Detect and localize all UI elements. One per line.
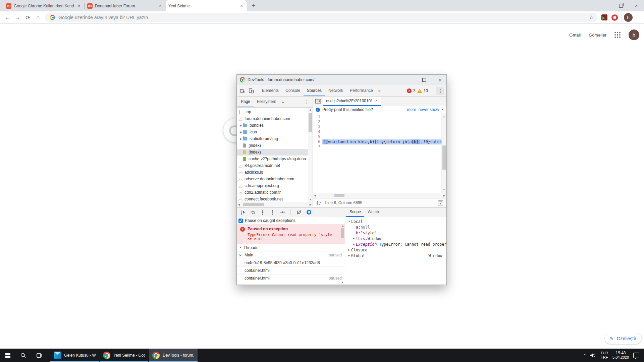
extension-adblock-icon[interactable]: [610, 13, 619, 22]
editor-hscrollbar[interactable]: ◀ ▶: [313, 193, 446, 198]
tree-item-84-gostreamcdn-net[interactable]: ☁84.gostreamcdn.net: [237, 162, 313, 169]
action-center-icon[interactable]: [633, 353, 639, 358]
pause-on-caught-label[interactable]: Pause on caught exceptions: [245, 218, 296, 223]
account-avatar[interactable]: h: [629, 29, 639, 40]
browser-tab-3[interactable]: Yeni Sekme×: [166, 0, 247, 11]
tab-close-button[interactable]: ×: [158, 3, 163, 9]
more-tabs-button[interactable]: »: [376, 88, 383, 93]
tree-item--index-[interactable]: (index): [237, 142, 313, 149]
error-count[interactable]: 3: [413, 88, 416, 93]
collapsed-icon[interactable]: ▶: [352, 237, 356, 240]
customize-button[interactable]: ✎ Özelleştir: [605, 333, 641, 344]
tree-item-bundles[interactable]: ▶bundles: [237, 122, 313, 129]
scroll-down-icon[interactable]: ▼: [308, 198, 313, 201]
scrollbar-thumb[interactable]: [334, 194, 344, 197]
devtools-close-button[interactable]: ×: [433, 75, 446, 85]
taskbar-app-3[interactable]: DevTools - forum.d...: [149, 349, 198, 362]
scroll-up-icon[interactable]: ▲: [442, 114, 446, 119]
devtools-tab-console[interactable]: Console: [282, 85, 304, 96]
tree-item-forum-donanimhaber-com[interactable]: ☁forum.donanimhaber.com: [237, 115, 313, 122]
banner-never-show-link[interactable]: never show: [419, 107, 439, 112]
code-line-7[interactable]: [322, 144, 446, 149]
editor-scrollbar[interactable]: ▲ ▼: [441, 113, 446, 193]
tree-collapsed-icon[interactable]: ▶: [239, 124, 243, 127]
device-toolbar-button[interactable]: [247, 86, 256, 95]
reload-button[interactable]: ⟳: [23, 12, 33, 22]
collapsed-icon[interactable]: ▶: [347, 248, 351, 251]
collapsed-icon[interactable]: ▶: [347, 254, 351, 257]
scroll-left-icon[interactable]: ◀: [314, 194, 316, 197]
images-link[interactable]: Görseller: [589, 33, 606, 38]
bookmark-star-icon[interactable]: ☆: [587, 13, 596, 22]
scroll-down-icon[interactable]: ▼: [442, 187, 446, 192]
scope-row-local[interactable]: ▼Local: [345, 219, 446, 224]
devtools-minimize-button[interactable]: [401, 75, 415, 85]
navigator-menu-button[interactable]: ⋮: [302, 99, 312, 105]
banner-close-icon[interactable]: ×: [441, 107, 444, 112]
line-number[interactable]: 4: [313, 129, 320, 134]
tree-item-adclicks-io[interactable]: ☁adclicks.io: [237, 169, 313, 176]
file-tree-scrollbar[interactable]: ▲ ▼: [308, 108, 313, 202]
step-button[interactable]: [279, 209, 285, 215]
tree-item-connect-facebook-net[interactable]: ☁connect.facebook.net: [237, 196, 313, 202]
line-number[interactable]: 3: [313, 124, 320, 129]
scope-row-exception[interactable]: ▶Exception: TypeError: Cannot read prope…: [345, 241, 446, 247]
threads-header[interactable]: ▼ Threads: [237, 244, 345, 251]
scope-row-this[interactable]: ▶this: Window: [345, 236, 446, 241]
extension-idm-icon[interactable]: [600, 13, 609, 22]
thread-row-3[interactable]: container.html: [237, 267, 345, 275]
gmail-link[interactable]: Gmail: [569, 33, 581, 38]
scroll-left-icon[interactable]: ◀: [238, 203, 240, 206]
step-over-button[interactable]: [250, 209, 256, 215]
clock[interactable]: 19:48 5.04.2020: [612, 351, 629, 360]
scroll-right-icon[interactable]: ▶: [310, 203, 312, 206]
scope-row-global[interactable]: ▶GlobalWindow: [345, 253, 446, 258]
devtools-tab-elements[interactable]: Elements: [259, 85, 282, 96]
thread-row-1[interactable]: ➤Mainpaused: [237, 251, 345, 259]
hide-navigator-button[interactable]: [313, 97, 323, 106]
tree-item-cdn2-admatic-com-tr[interactable]: ☁cdn2.admatic.com.tr: [237, 189, 313, 196]
pause-on-exceptions-button[interactable]: [306, 209, 312, 215]
code-line-3[interactable]: [322, 124, 446, 129]
devtools-titlebar[interactable]: DevTools - forum.donanimhaber.com/ ×: [237, 75, 446, 85]
volume-icon[interactable]: [590, 353, 596, 358]
line-number[interactable]: 1: [313, 114, 320, 119]
warning-count[interactable]: 10: [424, 88, 428, 93]
tree-item--index-[interactable]: (index): [237, 149, 313, 156]
line-number[interactable]: 7: [313, 144, 320, 149]
browser-close-button[interactable]: ×: [629, 0, 644, 11]
browser-minimize-button[interactable]: [598, 0, 613, 11]
tab-close-button[interactable]: ×: [239, 3, 244, 9]
close-tab-icon[interactable]: ×: [375, 99, 378, 103]
apps-grid-icon[interactable]: [614, 32, 621, 38]
back-button[interactable]: ←: [3, 12, 13, 22]
file-tree-hscrollbar[interactable]: ◀ ▶: [237, 202, 313, 207]
start-button[interactable]: [0, 349, 15, 362]
line-number[interactable]: 2: [313, 119, 320, 124]
code-line-1[interactable]: [322, 114, 446, 119]
browser-restore-button[interactable]: [613, 0, 629, 11]
tree-item-cdn-ampproject-org[interactable]: ☁cdn.ampproject.org: [237, 182, 313, 189]
taskbar-search-button[interactable]: [15, 349, 31, 362]
home-button[interactable]: ⌂: [33, 12, 43, 22]
devtools-tab-performance[interactable]: Performance: [346, 85, 376, 96]
step-out-button[interactable]: [270, 209, 275, 215]
tree-collapsed-icon[interactable]: ▶: [239, 131, 243, 134]
scroll-right-icon[interactable]: ▶: [443, 194, 445, 197]
taskbar-app-2[interactable]: Yeni Sekme - Googl...: [100, 349, 148, 362]
resume-button[interactable]: [240, 209, 246, 215]
forward-button[interactable]: →: [13, 12, 23, 22]
step-into-button[interactable]: [260, 209, 265, 215]
scrollbar-thumb[interactable]: [442, 145, 446, 170]
code-line-5[interactable]: [322, 134, 446, 139]
scrollbar-thumb[interactable]: [309, 113, 312, 132]
devtools-tab-network[interactable]: Network: [325, 85, 346, 96]
tree-item-icon[interactable]: ▶icon: [237, 129, 313, 135]
collapsed-icon[interactable]: ▶: [352, 243, 356, 246]
language-indicator[interactable]: TUR TRF: [600, 351, 608, 360]
debugger-scrollbar[interactable]: ▲: [340, 224, 345, 285]
deactivate-breakpoints-button[interactable]: [297, 209, 302, 215]
source-order-icon[interactable]: ▼: [438, 200, 443, 205]
banner-more-link[interactable]: more: [407, 107, 416, 112]
scroll-up-icon[interactable]: ▲: [308, 108, 313, 111]
